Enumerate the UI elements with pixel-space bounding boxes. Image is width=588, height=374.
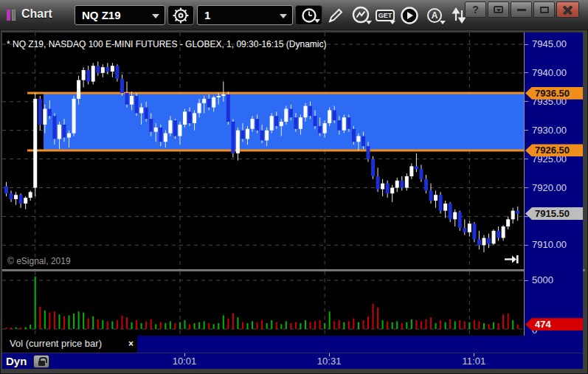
price-axis-label: 7930.00: [532, 125, 567, 136]
volume-tag: 474: [525, 318, 583, 330]
dyn-toggle[interactable]: Dyn: [6, 355, 27, 367]
lock-icon: [38, 361, 45, 366]
settings-button[interactable]: [167, 5, 194, 25]
play-button[interactable]: [398, 6, 421, 25]
minimize-icon: [517, 9, 526, 11]
price-axis-tick: [525, 216, 528, 217]
close-icon: [563, 5, 573, 15]
popout-button[interactable]: [488, 1, 509, 18]
gear-icon: [173, 7, 189, 24]
price-axis-label: 7940.00: [532, 67, 567, 79]
interval-dropdown[interactable]: 1: [197, 5, 293, 25]
volume-study-label: Vol (current price bar): [10, 338, 102, 349]
time-axis: Dyn 10:0110:3111:01: [2, 353, 583, 369]
price-axis[interactable]: 7945.007940.007935.007930.007925.007920.…: [524, 32, 583, 336]
get-data-button[interactable]: GET: [374, 6, 396, 25]
dropdown-arrow-icon: [390, 21, 395, 24]
window-title: Chart: [21, 7, 52, 21]
dropdown-arrow-icon: [280, 14, 287, 18]
help-icon: ?: [472, 4, 479, 15]
volume-axis-label: 5000: [532, 274, 553, 286]
price-axis-tick: [525, 130, 528, 131]
time-axis-label: 10:31: [317, 356, 342, 367]
price-tag: 7926.50: [525, 144, 583, 156]
interval-value: 1: [204, 9, 210, 21]
chart-icon: [7, 10, 18, 21]
time-template-button[interactable]: [295, 5, 322, 25]
price-axis-tick: [525, 187, 528, 188]
symbol-dropdown[interactable]: NQ Z19: [75, 5, 165, 25]
play-icon: [400, 6, 419, 25]
auto-label-button[interactable]: A: [423, 6, 446, 25]
price-pane: * NQ Z19, NASDAQ 100 E-MINI FUTURES - GL…: [2, 32, 524, 269]
dropdown-arrow-icon: [440, 21, 446, 24]
copyright-text: © eSignal, 2019: [7, 256, 71, 266]
minimize-button[interactable]: [511, 1, 532, 18]
line-study-button[interactable]: [350, 6, 372, 25]
draw-tool-button[interactable]: [325, 6, 347, 25]
time-axis-label: 11:01: [463, 356, 486, 367]
maximize-icon: [540, 7, 549, 13]
price-tag: 7915.50: [525, 207, 583, 220]
chart-window: Chart NQ Z19 1: [0, 0, 588, 374]
dropdown-arrow-icon: [314, 19, 320, 23]
price-axis-label: 7945.00: [532, 38, 567, 50]
price-axis-label: 7910.00: [532, 239, 567, 251]
volume-study-label-box[interactable]: Vol (current price bar) ×: [2, 336, 137, 353]
dropdown-arrow-icon: [152, 14, 159, 18]
chart-title: * NQ Z19, NASDAQ 100 E-MINI FUTURES - GL…: [7, 39, 326, 49]
volume-chart-svg: [2, 271, 524, 336]
title-bar: Chart NQ Z19 1: [0, 0, 588, 30]
goto-end-icon[interactable]: [504, 254, 519, 267]
price-axis-tick: [525, 44, 528, 45]
price-axis-label: 7920.00: [532, 182, 567, 194]
popout-icon: [494, 6, 503, 13]
maximize-button[interactable]: [533, 1, 555, 18]
price-axis-tick: [525, 159, 528, 159]
price-tag: 7936.50: [525, 87, 583, 100]
lock-button[interactable]: [33, 355, 49, 368]
dropdown-arrow-icon: [366, 21, 372, 24]
pencil-icon: [327, 7, 345, 24]
price-axis-tick: [525, 245, 528, 246]
volume-axis-tick: [525, 280, 528, 281]
close-study-icon[interactable]: ×: [128, 336, 134, 352]
volume-label-row: Vol (current price bar) ×: [2, 336, 583, 353]
price-chart-svg: [2, 32, 524, 269]
symbol-value: NQ Z19: [82, 9, 121, 21]
help-button[interactable]: ?: [465, 1, 486, 18]
time-axis-label: 10:01: [173, 356, 197, 367]
close-button[interactable]: [556, 1, 579, 18]
get-data-icon: GET: [376, 10, 395, 21]
price-axis-tick: [525, 72, 528, 73]
volume-pane: [2, 271, 524, 336]
price-axis-tick: [525, 101, 528, 102]
